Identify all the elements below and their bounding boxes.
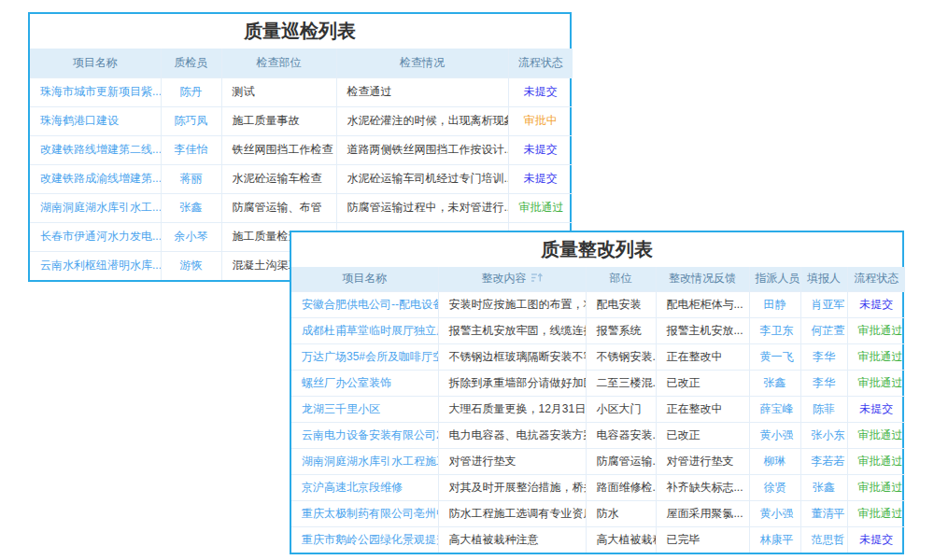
- process-status-cell: 审批通过: [847, 448, 905, 474]
- part-cell: 报警系统: [586, 317, 656, 343]
- cell-text: 肖亚军: [812, 298, 845, 311]
- project-link[interactable]: 湖南洞庭湖水库引水工程施工标: [302, 455, 438, 468]
- process-status-cell: 审批通过: [847, 343, 905, 370]
- project-link[interactable]: 万达广场35#会所及咖啡厅空...: [302, 350, 438, 363]
- project-name-cell: 湖南洞庭湖水库引水工程施工标: [291, 448, 438, 474]
- inspection-situation-cell: 水泥砼灌注的时候，出现离析现象: [336, 106, 508, 135]
- cell-text: 水泥砼运输车司机经过专门培训...: [347, 172, 509, 185]
- cell-text: 未提交: [859, 402, 893, 415]
- cell-text: 张鑫: [764, 376, 786, 389]
- cell-text: 薛宝峰: [760, 402, 794, 415]
- column-header-label: 检查情况: [400, 56, 445, 69]
- project-link[interactable]: 珠海市城市更新项目紫...: [40, 85, 161, 98]
- cell-text: 水泥砼灌注的时候，出现离析现象: [347, 114, 509, 127]
- table-row[interactable]: 改建铁路线增建第二线...李佳怡铁丝网围挡工作检查道路两侧铁丝网围挡工作按设计.…: [30, 135, 573, 164]
- cell-text: 对管进行垫支: [449, 455, 517, 468]
- inspection-situation-cell: 水泥砼运输车司机经过专门培训...: [336, 164, 508, 193]
- table-row[interactable]: 成都杜甫草堂临时展厅独立展...报警主机安放牢固，线缆连接...报警系统报警主机…: [291, 317, 905, 343]
- table-row[interactable]: 珠海市城市更新项目紫...陈丹测试检查通过未提交: [30, 77, 573, 106]
- inspector-cell: 蒋丽: [161, 164, 221, 193]
- rectification-content-cell: 对管进行垫支: [438, 448, 586, 474]
- column-header-label: 指派人员: [756, 272, 800, 285]
- column-header-label: 项目名称: [342, 272, 387, 285]
- project-link[interactable]: 龙湖三千里小区: [302, 402, 380, 415]
- inspection-part-cell: 铁丝网围挡工作检查: [221, 135, 336, 164]
- cell-text: 对其及时开展整治措施，桥头...: [449, 481, 587, 494]
- cell-text: 不锈钢安装...: [597, 350, 657, 363]
- project-link[interactable]: 京沪高速北京段维修: [302, 481, 403, 494]
- inspection-situation-cell: 防腐管运输过程中，未对管进行...: [336, 193, 508, 222]
- reporter-cell: 张小东: [800, 422, 847, 448]
- rectification-content-cell: 报警主机安放牢固，线缆连接...: [438, 317, 586, 343]
- part-cell: 路面维修检...: [586, 474, 656, 500]
- inspection-table-title: 质量巡检列表: [30, 14, 570, 49]
- table-row[interactable]: 万达广场35#会所及咖啡厅空...不锈钢边框玻璃隔断安装不牢...不锈钢安装..…: [291, 343, 905, 370]
- part-cell: 二至三楼混...: [586, 370, 656, 396]
- cell-text: 柳琳: [764, 455, 786, 468]
- table-row[interactable]: 重庆太极制药有限公司亳州中...防水工程施工选调有专业资质...防水屋面采用聚氯…: [291, 500, 905, 526]
- feedback-cell: 已改正: [656, 370, 749, 396]
- cell-text: 报警主机安放牢固，线缆连接...: [449, 324, 587, 337]
- cell-text: 余小琴: [175, 230, 208, 243]
- project-link[interactable]: 长春市伊通河水力发电...: [40, 230, 161, 243]
- table-row[interactable]: 安徽合肥供电公司--配电设备...安装时应按施工图的布置，将...配电安装配电柜…: [291, 291, 905, 317]
- cell-text: 已改正: [667, 376, 700, 389]
- column-header-3: 部位: [586, 267, 656, 291]
- project-link[interactable]: 螺丝厂办公室装饰: [302, 376, 391, 389]
- cell-text: 黄小强: [760, 507, 794, 520]
- rectification-content-cell: 拆除到承重墙部分请做好加固...: [438, 370, 586, 396]
- table-row[interactable]: 云南电力设备安装有限公司20...电力电容器、电抗器安装方案,...电容器安装.…: [291, 422, 905, 448]
- project-link[interactable]: 云南电力设备安装有限公司20...: [302, 428, 438, 441]
- part-cell: 小区大门: [586, 396, 656, 422]
- rectification-content-cell: 大理石质量更换，12月31日之...: [438, 396, 586, 422]
- project-link[interactable]: 重庆市鹅岭公园绿化景观提升...: [302, 533, 438, 546]
- cell-text: 董清平: [812, 507, 845, 520]
- cell-text: 高大植被栽种注意: [449, 533, 539, 546]
- assignee-cell: 林康平: [749, 526, 800, 553]
- project-link[interactable]: 湖南洞庭湖水库引水工...: [40, 201, 161, 214]
- project-link[interactable]: 重庆太极制药有限公司亳州中...: [302, 507, 438, 520]
- column-header-4: 整改情况反馈: [656, 267, 749, 291]
- process-status-cell: 审批通过: [847, 422, 905, 448]
- table-row[interactable]: 京沪高速北京段维修对其及时开展整治措施，桥头...路面维修检...补齐缺失标志.…: [291, 474, 905, 500]
- table-row[interactable]: 改建铁路成渝线增建第...蒋丽水泥砼运输车检查水泥砼运输车司机经过专门培训...…: [30, 164, 573, 193]
- rectification-content-cell: 安装时应按施工图的布置，将...: [438, 291, 586, 317]
- table-row[interactable]: 螺丝厂办公室装饰拆除到承重墙部分请做好加固...二至三楼混...已改正张鑫李华审…: [291, 370, 905, 396]
- project-name-cell: 珠海鹤港口建设: [30, 106, 161, 135]
- cell-text: 正在整改中: [667, 350, 723, 363]
- project-name-cell: 改建铁路成渝线增建第...: [30, 164, 161, 193]
- project-link[interactable]: 安徽合肥供电公司--配电设备...: [302, 298, 438, 311]
- process-status-cell: 审批通过: [847, 317, 905, 343]
- cell-text: 李若若: [812, 455, 845, 468]
- cell-text: 审批通过: [858, 481, 903, 494]
- table-row[interactable]: 龙湖三千里小区大理石质量更换，12月31日之...小区大门正在整改中薛宝峰陈菲未…: [291, 396, 905, 422]
- cell-text: 游恢: [180, 259, 203, 272]
- column-header-2[interactable]: 整改内容: [438, 267, 586, 291]
- table-row[interactable]: 珠海鹤港口建设陈巧凤施工质量事故水泥砼灌注的时候，出现离析现象审批中: [30, 106, 573, 135]
- cell-text: 防水: [597, 507, 619, 520]
- project-link[interactable]: 珠海鹤港口建设: [40, 114, 119, 127]
- rectification-content-cell: 电力电容器、电抗器安装方案,...: [438, 422, 586, 448]
- project-link[interactable]: 成都杜甫草堂临时展厅独立展...: [302, 324, 438, 337]
- sort-icon[interactable]: [531, 273, 543, 283]
- project-name-cell: 成都杜甫草堂临时展厅独立展...: [291, 317, 438, 343]
- inspection-part-cell: 施工质量事故: [221, 106, 336, 135]
- process-status-cell: 审批通过: [847, 500, 905, 526]
- table-row[interactable]: 湖南洞庭湖水库引水工程施工标对管进行垫支防腐管运输...对管进行垫支柳琳李若若审…: [291, 448, 905, 474]
- project-link[interactable]: 改建铁路线增建第二线...: [40, 143, 161, 156]
- cell-text: 小区大门: [597, 402, 642, 415]
- feedback-cell: 正在整改中: [656, 343, 749, 370]
- cell-text: 正在整改中: [667, 402, 723, 415]
- assignee-cell: 李卫东: [749, 317, 800, 343]
- cell-text: 审批通过: [858, 376, 903, 389]
- inspector-cell: 陈巧凤: [161, 106, 221, 135]
- project-link[interactable]: 云南水利枢纽潜明水库...: [40, 259, 161, 272]
- assignee-cell: 张鑫: [749, 370, 800, 396]
- cell-text: 补齐缺失标志...: [667, 481, 743, 494]
- project-name-cell: 龙湖三千里小区: [291, 396, 438, 422]
- part-cell: 防水: [586, 500, 656, 526]
- table-row[interactable]: 重庆市鹅岭公园绿化景观提升...高大植被栽种注意高大植被栽种已完毕林康平范思哲未…: [291, 526, 905, 553]
- project-link[interactable]: 改建铁路成渝线增建第...: [40, 172, 161, 185]
- table-row[interactable]: 湖南洞庭湖水库引水工...张鑫防腐管运输、布管防腐管运输过程中，未对管进行...…: [30, 193, 573, 222]
- cell-text: 安装时应按施工图的布置，将...: [449, 298, 587, 311]
